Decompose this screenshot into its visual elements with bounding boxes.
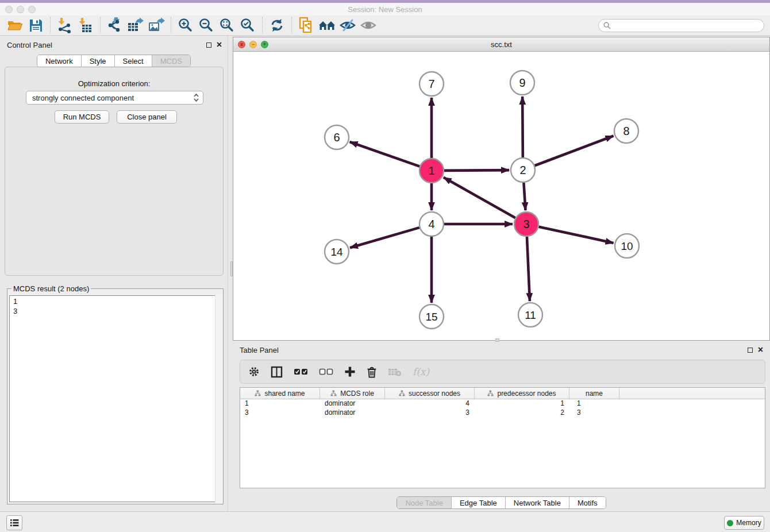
mcds-result-group: MCDS result (2 nodes) 1 3: [7, 284, 224, 504]
import-network-button[interactable]: [55, 17, 75, 34]
function-builder-button[interactable]: f(x): [413, 366, 429, 377]
tab-motifs[interactable]: Motifs: [569, 497, 606, 508]
table-row[interactable]: 3dominator323: [240, 408, 765, 418]
task-history-button[interactable]: [6, 515, 22, 530]
memory-button[interactable]: Memory: [724, 516, 764, 530]
tab-style[interactable]: Style: [81, 55, 114, 67]
export-image-button[interactable]: [146, 17, 167, 34]
splitter-grip[interactable]: [230, 261, 233, 276]
export-network-button[interactable]: [105, 17, 125, 34]
edge-3-10[interactable]: [538, 227, 613, 243]
toolbar-separator: [50, 17, 51, 33]
table-panel-title: Table Panel: [240, 346, 279, 354]
edge-3-11[interactable]: [527, 237, 530, 301]
export-table-button[interactable]: [125, 17, 146, 34]
column-panel-button[interactable]: [271, 366, 283, 378]
open-session-button[interactable]: [5, 17, 25, 34]
export-image-icon: [148, 17, 165, 33]
table-cell: 1: [240, 399, 320, 408]
add-row-button[interactable]: [344, 366, 356, 377]
graph-node-11[interactable]: 11: [518, 303, 542, 327]
mcds-tab-content: Optimization criterion: strongly connect…: [5, 67, 224, 276]
graph-node-9[interactable]: 9: [510, 71, 534, 95]
graph-node-8[interactable]: 8: [614, 119, 638, 143]
nested-networks-button[interactable]: [317, 17, 337, 34]
houses-icon: [318, 18, 336, 32]
import-table-button[interactable]: [75, 17, 96, 34]
memory-status-icon: [727, 520, 733, 526]
run-mcds-button[interactable]: Run MCDS: [55, 110, 109, 124]
node-label: 14: [330, 246, 343, 258]
column-header-predecessor-nodes[interactable]: predecessor nodes: [475, 388, 569, 399]
tab-network[interactable]: Network: [37, 55, 81, 67]
zoom-out-button[interactable]: [196, 17, 217, 34]
unselect-all-rows-button[interactable]: [319, 368, 333, 376]
network-canvas[interactable]: 1234678910111415: [233, 52, 769, 340]
hide-selected-button[interactable]: [337, 17, 358, 34]
memory-label: Memory: [736, 519, 761, 527]
tab-network-table[interactable]: Network Table: [505, 497, 569, 508]
node-label: 10: [621, 240, 633, 252]
open-folder-icon: [7, 18, 23, 33]
graph-node-7[interactable]: 7: [419, 72, 444, 96]
column-header-mcds-role[interactable]: MCDS role: [320, 388, 385, 399]
delete-table-button[interactable]: [388, 367, 402, 377]
zoom-in-button[interactable]: [175, 17, 196, 34]
tab-select[interactable]: Select: [114, 55, 152, 67]
clone-network-button[interactable]: [296, 17, 317, 34]
optimization-criterion-select[interactable]: strongly connected component: [26, 91, 203, 105]
graph-node-4[interactable]: 4: [419, 212, 444, 236]
column-header-shared-name[interactable]: shared name: [240, 388, 320, 399]
select-all-rows-button[interactable]: [294, 368, 308, 376]
mcds-result-text[interactable]: 1 3: [9, 295, 221, 502]
graph-node-15[interactable]: 15: [419, 304, 444, 329]
edge-2-8[interactable]: [535, 136, 614, 165]
result-scrollbar[interactable]: [215, 294, 222, 503]
zoom-in-icon: [178, 17, 194, 33]
close-panel-icon[interactable]: ×: [217, 42, 222, 48]
edge-4-14[interactable]: [350, 228, 419, 248]
graph-node-2[interactable]: 2: [511, 158, 535, 182]
table-row[interactable]: 1dominator411: [240, 399, 765, 408]
table-settings-button[interactable]: [248, 366, 260, 377]
close-panel-button[interactable]: Close panel: [117, 110, 177, 124]
graph-node-10[interactable]: 10: [615, 234, 639, 258]
tab-edge-table[interactable]: Edge Table: [451, 497, 505, 508]
network-window: x – + scc.txt 1234678910111415: [233, 37, 770, 341]
float-panel-icon[interactable]: [748, 348, 753, 353]
frame-minimize-button[interactable]: –: [249, 41, 257, 48]
control-panel-title: Control Panel: [7, 41, 52, 49]
edge-2-9[interactable]: [522, 97, 523, 157]
close-panel-icon[interactable]: ×: [758, 347, 763, 353]
delete-row-button[interactable]: [367, 366, 377, 378]
graph-node-1[interactable]: 1: [419, 159, 444, 183]
edge-1-6[interactable]: [350, 142, 420, 167]
column-header-name[interactable]: name: [569, 388, 619, 399]
edge-1-2[interactable]: [444, 170, 509, 171]
graph-node-14[interactable]: 14: [325, 240, 349, 264]
column-header-successor-nodes[interactable]: successor nodes: [385, 388, 475, 399]
graph-node-6[interactable]: 6: [325, 125, 349, 149]
float-panel-icon[interactable]: [206, 43, 211, 48]
save-session-button[interactable]: [25, 17, 46, 34]
edge-2-3[interactable]: [523, 183, 525, 210]
tab-node-table[interactable]: Node Table: [397, 497, 451, 508]
graph-node-3[interactable]: 3: [514, 212, 538, 236]
network-window-titlebar[interactable]: x – + scc.txt: [233, 37, 769, 52]
toolbar-separator: [100, 17, 101, 33]
control-panel-tabbar: Network Style Select MCDS: [37, 55, 191, 67]
zoom-fit-button[interactable]: [217, 17, 237, 34]
tab-mcds[interactable]: MCDS: [152, 55, 190, 67]
column-header-filler: [619, 388, 765, 399]
search-input[interactable]: [614, 20, 764, 31]
network-graph[interactable]: 1234678910111415: [233, 52, 769, 340]
table-cell: 1: [475, 399, 569, 408]
frame-zoom-button[interactable]: +: [261, 41, 268, 48]
apply-layout-button[interactable]: [267, 17, 287, 34]
zoom-selected-button[interactable]: [237, 17, 258, 34]
show-all-button[interactable]: [358, 17, 379, 34]
main-toolbar: [0, 16, 770, 36]
search-field[interactable]: [598, 19, 764, 32]
edge-3-1[interactable]: [444, 178, 515, 218]
frame-close-button[interactable]: x: [238, 41, 245, 48]
